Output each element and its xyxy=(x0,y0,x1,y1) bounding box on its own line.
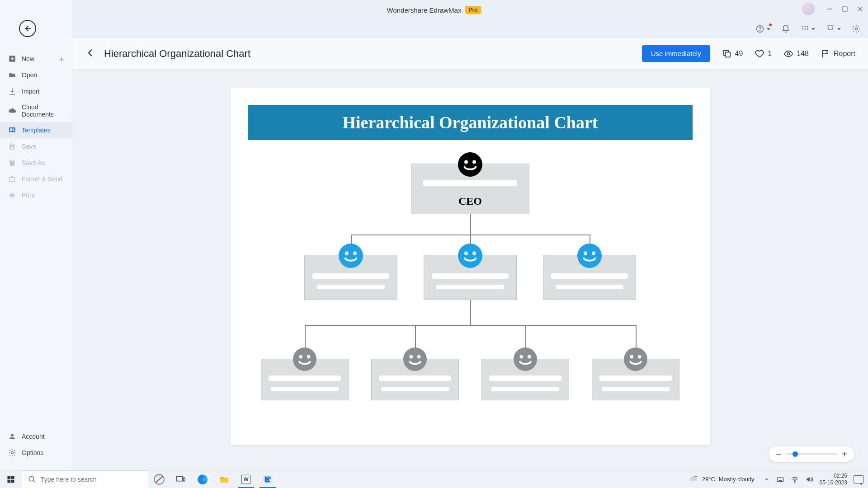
svg-rect-55 xyxy=(8,479,11,483)
sidebar-item-export: Export & Send xyxy=(0,171,72,187)
taskbar-app-taskview[interactable] xyxy=(170,470,192,488)
svg-point-36 xyxy=(464,251,468,255)
zoom-thumb[interactable] xyxy=(793,451,798,457)
use-immediately-button[interactable]: Use immediately xyxy=(642,45,710,62)
svg-rect-19 xyxy=(11,147,14,149)
sidebar-item-new[interactable]: New ＋ xyxy=(0,51,72,67)
action-center-icon[interactable] xyxy=(854,475,863,483)
taskbar-search[interactable] xyxy=(22,470,148,488)
placeholder-bar xyxy=(556,285,623,289)
placeholder-bar xyxy=(602,387,670,391)
taskbar-weather[interactable]: 29°C Mostly cloudy xyxy=(689,474,755,484)
pro-badge: Pro xyxy=(465,6,481,14)
svg-rect-54 xyxy=(11,476,14,479)
taskbar-app-cortana[interactable] xyxy=(148,470,170,488)
sidebar-item-cloud-documents[interactable]: Cloud Documents xyxy=(0,99,72,122)
template-banner: Hierarchical Organizational Chart xyxy=(248,105,693,140)
apps-icon[interactable] xyxy=(801,25,815,33)
svg-point-51 xyxy=(630,355,634,359)
zoom-slider[interactable] xyxy=(786,453,837,455)
svg-rect-67 xyxy=(777,478,783,481)
sidebar-item-import[interactable]: Import xyxy=(0,83,72,99)
cart-icon[interactable] xyxy=(826,24,841,33)
close-button[interactable] xyxy=(856,5,864,13)
svg-text:W: W xyxy=(243,476,249,483)
taskbar-clock[interactable]: 02:25 05-10-2023 xyxy=(820,473,847,486)
svg-point-39 xyxy=(584,251,587,255)
sidebar-item-label: New xyxy=(22,55,34,62)
placeholder-bar xyxy=(432,273,509,279)
svg-point-41 xyxy=(293,347,316,371)
maximize-button[interactable] xyxy=(841,5,849,13)
org-node-mid xyxy=(543,255,636,300)
taskbar-app-explorer[interactable] xyxy=(213,470,235,488)
start-button[interactable] xyxy=(0,470,22,488)
svg-point-57 xyxy=(29,476,34,481)
left-sidebar: New ＋ Open Import Cloud Documents Templa… xyxy=(0,0,72,470)
views-count: 148 xyxy=(797,50,809,58)
add-new-icon[interactable]: ＋ xyxy=(57,53,66,64)
sidebar-item-label: Print xyxy=(22,192,35,199)
taskbar-app-edge[interactable] xyxy=(192,470,213,488)
help-icon[interactable] xyxy=(755,24,770,33)
zoom-out-button[interactable]: − xyxy=(775,449,782,460)
sidebar-item-options[interactable]: Options xyxy=(0,445,72,461)
svg-point-49 xyxy=(528,355,531,359)
cloud-icon xyxy=(8,107,16,115)
svg-point-40 xyxy=(592,251,595,255)
svg-point-66 xyxy=(695,475,697,477)
header-back-button[interactable] xyxy=(85,47,96,60)
svg-point-31 xyxy=(472,160,476,164)
placeholder-bar xyxy=(551,273,628,279)
back-button[interactable] xyxy=(19,20,36,37)
tray-wifi-icon[interactable] xyxy=(791,475,799,483)
sidebar-item-open[interactable]: Open xyxy=(0,67,72,83)
search-input[interactable] xyxy=(41,476,148,483)
main-content: Hierarchical Organizational Chart Use im… xyxy=(72,38,868,470)
svg-point-48 xyxy=(520,355,524,359)
org-node-mid xyxy=(424,255,517,300)
svg-point-5 xyxy=(760,31,760,31)
report-button[interactable]: Report xyxy=(821,49,855,59)
svg-point-34 xyxy=(353,251,357,255)
placeholder-bar xyxy=(312,273,389,279)
weather-temp: 29°C xyxy=(702,476,715,483)
taskbar-app-word[interactable]: W xyxy=(235,470,257,488)
copies-stat[interactable]: 49 xyxy=(722,49,743,59)
sidebar-item-print: Print xyxy=(0,187,72,203)
notification-dot-icon xyxy=(769,23,772,26)
tray-keyboard-icon[interactable] xyxy=(776,475,784,483)
likes-stat[interactable]: 1 xyxy=(755,49,772,59)
placeholder-bar xyxy=(436,285,504,289)
bell-icon[interactable] xyxy=(781,24,790,33)
sidebar-item-templates[interactable]: Templates xyxy=(0,122,72,138)
svg-point-6 xyxy=(802,26,803,27)
copies-count: 49 xyxy=(735,50,743,58)
svg-point-12 xyxy=(855,28,858,30)
views-stat[interactable]: 148 xyxy=(783,49,809,59)
tray-volume-icon[interactable] xyxy=(805,475,813,483)
clock-date: 05-10-2023 xyxy=(820,479,847,486)
tray-chevron-up-icon[interactable] xyxy=(764,476,770,483)
svg-rect-1 xyxy=(843,7,847,11)
svg-point-45 xyxy=(410,355,413,359)
svg-rect-16 xyxy=(13,128,14,129)
svg-point-26 xyxy=(11,452,14,454)
svg-rect-24 xyxy=(11,196,14,198)
import-icon xyxy=(8,87,16,95)
minimize-button[interactable] xyxy=(826,5,834,13)
canvas-viewport[interactable]: Hierarchical Organizational Chart CEO xyxy=(72,70,868,470)
eye-icon xyxy=(783,49,793,59)
placeholder-bar xyxy=(271,387,339,391)
save-icon xyxy=(8,142,16,150)
sidebar-item-save-as: Save As xyxy=(0,155,72,171)
taskbar-app-edrawmax[interactable] xyxy=(257,470,278,488)
zoom-in-button[interactable]: + xyxy=(841,449,848,460)
sidebar-item-label: Export & Send xyxy=(22,175,62,183)
user-avatar[interactable] xyxy=(802,3,815,15)
save-as-icon xyxy=(8,159,16,167)
sidebar-item-account[interactable]: Account xyxy=(0,428,72,445)
svg-point-28 xyxy=(788,52,790,55)
weather-icon xyxy=(689,474,698,484)
settings-gear-icon[interactable] xyxy=(852,24,861,33)
